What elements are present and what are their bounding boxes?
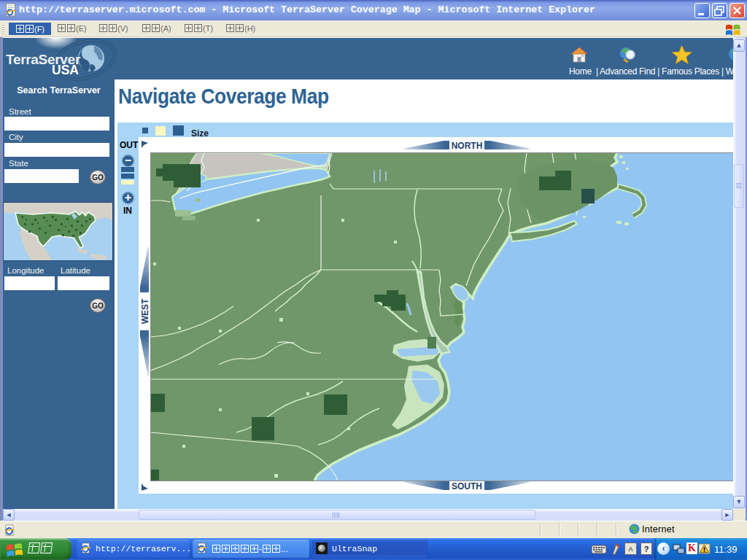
svg-text:WEST: WEST <box>140 298 150 324</box>
svg-text:USA: USA <box>52 63 79 77</box>
svg-text:NORTH: NORTH <box>452 141 483 151</box>
svg-text:SOUTH: SOUTH <box>452 481 482 491</box>
